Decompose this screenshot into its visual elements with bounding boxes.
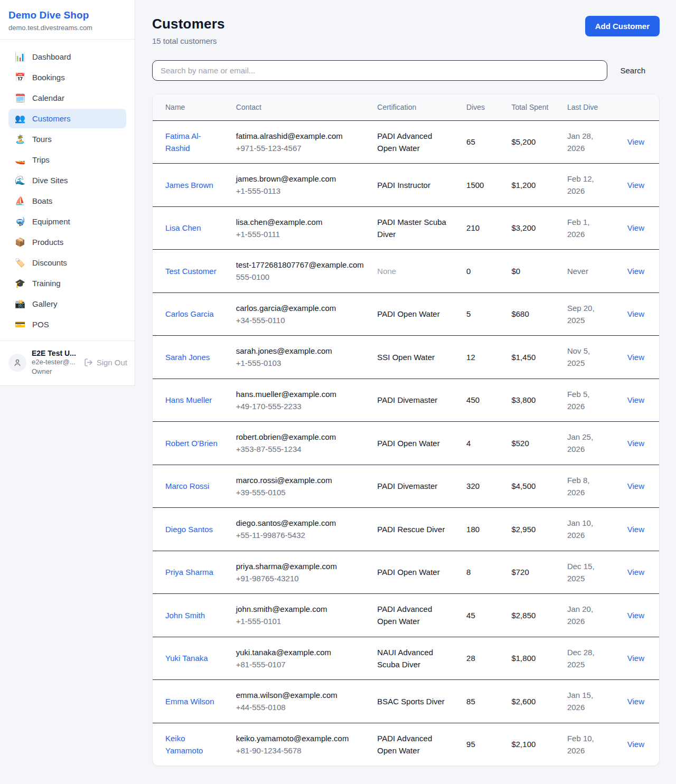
main-content: Customers 15 total customers Add Custome… <box>135 0 676 779</box>
sidebar-item-discounts[interactable]: 🏷️Discounts <box>8 253 126 272</box>
sidebar-item-trips[interactable]: 🚤Trips <box>8 150 126 169</box>
sidebar-item-gallery[interactable]: 📸Gallery <box>8 294 126 314</box>
view-customer-link[interactable]: View <box>627 481 644 490</box>
customer-phone: +34-555-0110 <box>236 314 365 326</box>
sidebar-user-section: E2E Test U... e2e-tester@... Owner Sign … <box>0 341 135 385</box>
column-header: Contact <box>230 95 371 120</box>
customer-certification: PADI Rescue Diver <box>371 508 460 551</box>
sidebar-item-equipment[interactable]: 🤿Equipment <box>8 212 126 231</box>
view-customer-link[interactable]: View <box>627 740 644 749</box>
sidebar-item-boats[interactable]: ⛵Boats <box>8 191 126 211</box>
sidebar-item-bookings[interactable]: 📅Bookings <box>8 68 126 87</box>
view-customer-link[interactable]: View <box>627 353 644 362</box>
add-customer-button[interactable]: Add Customer <box>585 16 660 36</box>
bar-chart-icon: 📊 <box>15 53 25 61</box>
customer-dives: 28 <box>460 637 505 680</box>
customer-email: yuki.tanaka@example.com <box>236 646 365 658</box>
view-customer-link[interactable]: View <box>627 309 644 318</box>
customer-phone: +1-555-0113 <box>236 185 365 197</box>
customer-last-dive: Never <box>561 250 610 293</box>
package-icon: 📦 <box>15 238 25 247</box>
customer-email: emma.wilson@example.com <box>236 689 365 701</box>
sidebar-item-tours[interactable]: 🏝️Tours <box>8 129 126 149</box>
sign-out-button[interactable]: Sign Out <box>84 358 127 367</box>
table-row: Lisa Chenlisa.chen@example.com+1-555-011… <box>153 206 659 250</box>
search-button[interactable]: Search <box>607 66 660 75</box>
view-customer-link[interactable]: View <box>627 395 644 404</box>
customer-name-link[interactable]: Lisa Chen <box>165 223 201 232</box>
customer-dives: 180 <box>460 508 505 551</box>
speedboat-icon: 🚤 <box>15 156 25 164</box>
customer-name-link[interactable]: Marco Rossi <box>165 481 209 490</box>
view-customer-link[interactable]: View <box>627 267 644 276</box>
sidebar-item-training[interactable]: 🎓Training <box>8 273 126 293</box>
customer-name-link[interactable]: Robert O'Brien <box>165 439 218 448</box>
view-customer-link[interactable]: View <box>627 439 644 448</box>
customer-name-link[interactable]: Priya Sharma <box>165 568 213 577</box>
customer-name-link[interactable]: Test Customer <box>165 267 217 276</box>
customer-last-dive: Dec 15, 2025 <box>561 551 610 594</box>
sidebar-item-dashboard[interactable]: 📊Dashboard <box>8 47 126 67</box>
customer-name-link[interactable]: Emma Wilson <box>165 697 214 706</box>
search-input[interactable] <box>152 60 607 81</box>
customer-last-dive: Jan 15, 2026 <box>561 680 610 723</box>
customer-last-dive: Feb 10, 2026 <box>561 723 610 766</box>
sidebar-item-dive-sites[interactable]: 🌊Dive Sites <box>8 171 126 190</box>
customer-certification: PADI Instructor <box>371 164 460 207</box>
customer-dives: 5 <box>460 292 505 336</box>
customer-phone: +81-555-0107 <box>236 658 365 670</box>
customer-dives: 4 <box>460 422 505 465</box>
customer-name-link[interactable]: Fatima Al-Rashid <box>165 131 201 153</box>
customer-name-link[interactable]: Yuki Tanaka <box>165 654 208 663</box>
customer-email: carlos.garcia@example.com <box>236 302 365 314</box>
sidebar-item-label: Dive Sites <box>32 176 68 185</box>
sidebar-item-label: Bookings <box>32 73 65 82</box>
view-customer-link[interactable]: View <box>627 181 644 190</box>
contact-cell: robert.obrien@example.com+353-87-555-123… <box>230 422 371 465</box>
customer-dives: 1500 <box>460 164 505 207</box>
view-customer-link[interactable]: View <box>627 525 644 534</box>
customer-name-link[interactable]: Carlos Garcia <box>165 309 214 318</box>
view-customer-link[interactable]: View <box>627 611 644 620</box>
view-customer-link[interactable]: View <box>627 137 644 146</box>
customer-last-dive: Feb 8, 2026 <box>561 465 610 508</box>
sidebar-item-calendar[interactable]: 🗓️Calendar <box>8 88 126 108</box>
customer-phone: +44-555-0108 <box>236 701 365 713</box>
people-icon: 👥 <box>15 115 25 123</box>
sidebar-item-customers[interactable]: 👥Customers <box>8 109 126 128</box>
view-customer-link[interactable]: View <box>627 568 644 577</box>
view-customer-link[interactable]: View <box>627 223 644 232</box>
search-bar: Search <box>152 60 660 81</box>
customer-name-link[interactable]: John Smith <box>165 611 205 620</box>
customer-name-link[interactable]: Diego Santos <box>165 525 213 534</box>
table-row: Test Customertest-1772681807767@example.… <box>153 250 659 293</box>
sidebar-item-label: Gallery <box>32 299 58 308</box>
sidebar-item-products[interactable]: 📦Products <box>8 232 126 252</box>
view-customer-link[interactable]: View <box>627 654 644 663</box>
calendar-icon: 📅 <box>15 73 25 82</box>
customer-name-link[interactable]: Sarah Jones <box>165 353 210 362</box>
table-row: Hans Muellerhans.mueller@example.com+49-… <box>153 379 659 422</box>
table-row: Priya Sharmapriya.sharma@example.com+91-… <box>153 551 659 594</box>
contact-cell: marco.rossi@example.com+39-555-0105 <box>230 465 371 508</box>
shop-name: Demo Dive Shop <box>8 10 126 21</box>
customer-total-spent: $2,600 <box>505 680 560 723</box>
customer-email: james.brown@example.com <box>236 173 365 185</box>
wave-icon: 🌊 <box>15 176 25 185</box>
table-row: Fatima Al-Rashidfatima.alrashid@example.… <box>153 120 659 164</box>
page-title: Customers <box>152 16 225 32</box>
table-row: Carlos Garciacarlos.garcia@example.com+3… <box>153 292 659 336</box>
table-row: Robert O'Brienrobert.obrien@example.com+… <box>153 422 659 465</box>
sidebar-item-pos[interactable]: 💳POS <box>8 315 126 334</box>
view-customer-link[interactable]: View <box>627 697 644 706</box>
customer-certification: SSI Open Water <box>371 336 460 379</box>
customer-name-link[interactable]: Keiko Yamamoto <box>165 734 203 755</box>
customer-name-link[interactable]: Hans Mueller <box>165 395 212 404</box>
customer-total-spent: $0 <box>505 250 560 293</box>
sidebar-item-label: POS <box>32 320 49 329</box>
sidebar-item-label: Dashboard <box>32 52 71 61</box>
customer-phone: +353-87-555-1234 <box>236 443 365 455</box>
customer-name-link[interactable]: James Brown <box>165 181 213 190</box>
column-header: Certification <box>371 95 460 120</box>
table-header-row: NameContactCertificationDivesTotal Spent… <box>153 95 659 120</box>
